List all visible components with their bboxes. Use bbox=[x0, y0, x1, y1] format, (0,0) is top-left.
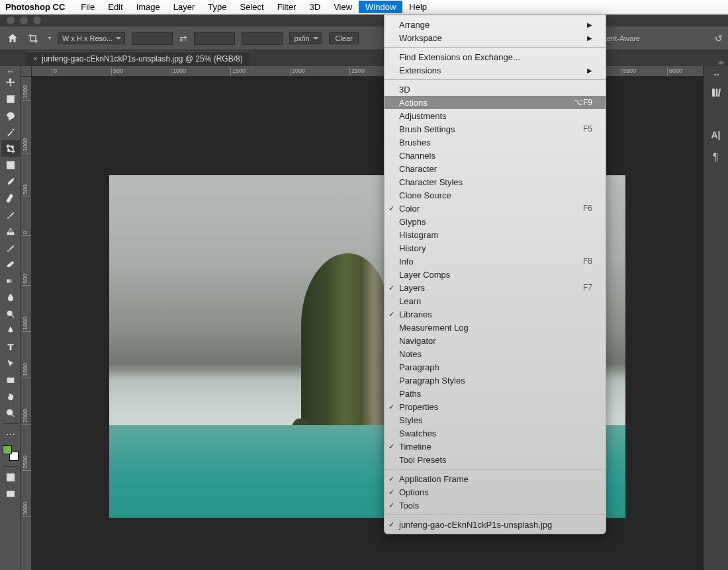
window-menu-item[interactable]: ✓LayersF7 bbox=[385, 281, 606, 294]
menu-separator bbox=[385, 514, 606, 515]
home-icon[interactable] bbox=[5, 32, 20, 45]
ruler-origin[interactable] bbox=[21, 66, 32, 77]
window-menu-item[interactable]: ✓Application Frame bbox=[385, 472, 606, 485]
maximize-window-icon[interactable] bbox=[33, 17, 41, 24]
tab-overflow-icon[interactable]: ≫ bbox=[717, 59, 724, 66]
window-menu-item[interactable]: InfoF8 bbox=[385, 255, 606, 268]
magic-wand-tool[interactable] bbox=[1, 124, 20, 140]
window-menu-item[interactable]: Glyphs bbox=[385, 215, 606, 228]
window-menu-item[interactable]: Notes bbox=[385, 347, 606, 360]
color-swatches[interactable] bbox=[3, 445, 19, 461]
menu-window[interactable]: Window bbox=[359, 1, 402, 13]
menu-type[interactable]: Type bbox=[201, 1, 233, 13]
window-menu-item[interactable]: ✓Options bbox=[385, 485, 606, 499]
window-menu-item[interactable]: Extensions▶ bbox=[385, 63, 606, 77]
clone-stamp-tool[interactable] bbox=[1, 223, 20, 239]
window-menu-item[interactable]: Brush SettingsF5 bbox=[385, 122, 606, 136]
unit-dropdown[interactable]: px/in bbox=[289, 32, 322, 44]
window-menu-item[interactable]: Find Extensions on Exchange... bbox=[385, 50, 606, 63]
resolution-input[interactable] bbox=[242, 32, 283, 45]
minimize-window-icon[interactable] bbox=[20, 17, 28, 24]
clear-button[interactable]: Clear bbox=[329, 32, 358, 44]
menu-edit[interactable]: Edit bbox=[101, 1, 129, 13]
window-menu-item[interactable]: Paragraph Styles bbox=[385, 374, 606, 387]
menu-image[interactable]: Image bbox=[130, 1, 167, 13]
window-menu-item[interactable]: ✓Tools bbox=[385, 499, 606, 512]
pen-tool[interactable] bbox=[1, 322, 20, 339]
chevron-down-icon[interactable]: ▾ bbox=[48, 35, 51, 41]
window-menu-item[interactable]: Styles bbox=[385, 413, 606, 427]
blur-tool[interactable] bbox=[1, 289, 20, 305]
gradient-tool[interactable] bbox=[1, 272, 20, 289]
paragraph-panel-icon[interactable]: ¶ bbox=[709, 151, 723, 164]
width-input[interactable] bbox=[132, 32, 173, 45]
window-menu-item[interactable]: ✓junfeng-gao-cEknN1ckP1s-unsplash.jpg bbox=[385, 518, 606, 531]
window-menu-item[interactable]: Character Styles bbox=[385, 175, 606, 188]
menu-help[interactable]: Help bbox=[402, 1, 433, 13]
vertical-ruler[interactable]: 1500 1000 500 0 500 1000 1500 2000 2500 … bbox=[21, 77, 32, 570]
character-panel-icon[interactable]: A| bbox=[709, 128, 723, 142]
libraries-panel-icon[interactable] bbox=[709, 86, 723, 99]
foreground-swatch[interactable] bbox=[3, 445, 12, 454]
window-menu-item[interactable]: ✓Timeline bbox=[385, 440, 606, 453]
menu-filter[interactable]: Filter bbox=[271, 1, 303, 13]
window-menu-item[interactable]: Tool Presets bbox=[385, 453, 606, 466]
crop-tool[interactable] bbox=[1, 140, 20, 157]
move-tool[interactable] bbox=[1, 74, 20, 91]
document-tab[interactable]: × junfeng-gao-cEknN1ckP1s-unsplash.jpg @… bbox=[26, 51, 250, 66]
hand-tool[interactable] bbox=[1, 388, 20, 405]
marquee-tool[interactable] bbox=[1, 91, 20, 107]
menu-view[interactable]: View bbox=[327, 1, 359, 13]
lasso-tool[interactable] bbox=[1, 107, 20, 124]
window-menu-item[interactable]: Learn bbox=[385, 294, 606, 307]
window-menu-item[interactable]: ✓Libraries bbox=[385, 307, 606, 321]
screen-mode-icon[interactable] bbox=[1, 485, 20, 502]
healing-brush-tool[interactable] bbox=[1, 190, 20, 206]
window-menu-item[interactable]: ✓ColorF6 bbox=[385, 202, 606, 215]
window-menu-item[interactable]: ✓Properties bbox=[385, 400, 606, 413]
history-brush-tool[interactable] bbox=[1, 239, 20, 256]
window-menu-item[interactable]: Paragraph bbox=[385, 360, 606, 374]
eraser-tool[interactable] bbox=[1, 256, 20, 272]
window-menu-item[interactable]: Adjustments bbox=[385, 109, 606, 122]
height-input[interactable] bbox=[194, 32, 235, 45]
frame-tool[interactable] bbox=[1, 157, 20, 173]
window-menu-item[interactable]: Layer Comps bbox=[385, 268, 606, 281]
menu-select[interactable]: Select bbox=[233, 1, 270, 13]
path-selection-tool[interactable] bbox=[1, 355, 20, 372]
rectangle-tool[interactable] bbox=[1, 372, 20, 388]
window-menu-item[interactable]: Histogram bbox=[385, 228, 606, 241]
brush-tool[interactable] bbox=[1, 206, 20, 223]
reset-icon[interactable]: ↺ bbox=[715, 33, 723, 44]
type-tool[interactable] bbox=[1, 339, 20, 355]
dodge-tool[interactable] bbox=[1, 305, 20, 322]
menu-3d[interactable]: 3D bbox=[303, 1, 328, 13]
tools-collapse-icon[interactable]: ▸▸ bbox=[0, 67, 21, 74]
edit-toolbar-icon[interactable]: ⋯ bbox=[1, 426, 20, 442]
window-menu-item[interactable]: Navigator bbox=[385, 334, 606, 347]
crop-tool-icon[interactable] bbox=[26, 32, 40, 45]
window-menu-item[interactable]: Swatches bbox=[385, 427, 606, 440]
menu-file[interactable]: File bbox=[74, 1, 101, 13]
close-window-icon[interactable] bbox=[7, 17, 15, 24]
crop-preset-dropdown[interactable]: W x H x Reso... bbox=[58, 32, 125, 44]
swap-icon[interactable]: ⇄ bbox=[179, 33, 187, 44]
quick-mask-icon[interactable] bbox=[1, 469, 20, 485]
window-menu-item[interactable]: Actions⌥F9 bbox=[385, 96, 606, 109]
menu-item-label: Brush Settings bbox=[399, 124, 455, 134]
menu-layer[interactable]: Layer bbox=[167, 1, 202, 13]
eyedropper-tool[interactable] bbox=[1, 173, 20, 190]
window-menu-item[interactable]: Measurement Log bbox=[385, 321, 606, 334]
close-tab-icon[interactable]: × bbox=[33, 54, 38, 63]
window-menu-item[interactable]: Workspace▶ bbox=[385, 31, 606, 44]
window-menu-item[interactable]: Paths bbox=[385, 387, 606, 400]
window-menu-item[interactable]: Arrange▶ bbox=[385, 18, 606, 31]
panel-expand-icon[interactable]: ◂◂ bbox=[704, 71, 728, 77]
window-menu-item[interactable]: History bbox=[385, 241, 606, 255]
window-menu-item[interactable]: Clone Source bbox=[385, 188, 606, 202]
window-menu-item[interactable]: 3D bbox=[385, 83, 606, 96]
window-menu-item[interactable]: Character bbox=[385, 162, 606, 175]
window-menu-item[interactable]: Channels bbox=[385, 149, 606, 162]
window-menu-item[interactable]: Brushes bbox=[385, 136, 606, 149]
zoom-tool[interactable] bbox=[1, 405, 20, 421]
